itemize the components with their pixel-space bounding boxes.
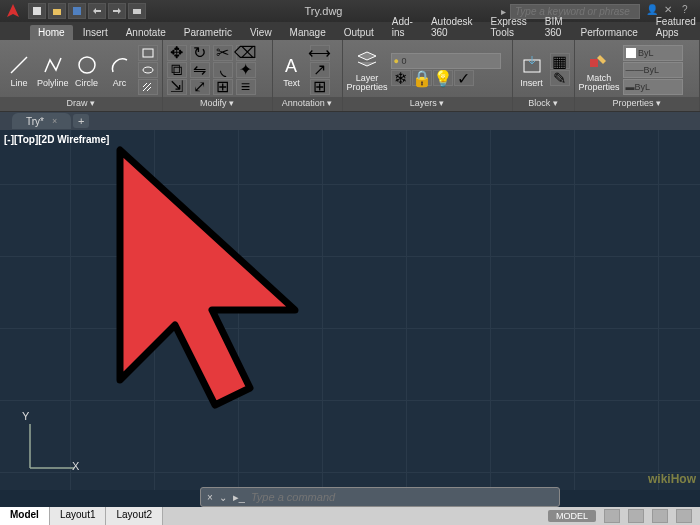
layout-tab-layout1[interactable]: Layout1	[50, 507, 107, 525]
panel-modify: ✥ ⧉ ⇲ ↻ ⇋ ⤢ ✂ ◟ ⊞ ⌫ ✦ ≡ Modify ▾	[163, 40, 273, 111]
text-button[interactable]: AText	[277, 52, 307, 88]
drawing-viewport[interactable]: [-][Top][2D Wireframe] Y X wikiHow	[0, 130, 700, 490]
qat-new-icon[interactable]	[28, 3, 46, 19]
tab-output[interactable]: Output	[336, 25, 382, 40]
layer-dropdown[interactable]: ● 0	[391, 53, 501, 69]
line-button[interactable]: Line	[4, 52, 34, 88]
tab-bim360[interactable]: BIM 360	[537, 14, 571, 40]
ortho-toggle-icon[interactable]	[652, 509, 668, 523]
table-icon[interactable]: ⊞	[310, 79, 330, 95]
match-properties-button[interactable]: Match Properties	[579, 47, 620, 92]
insert-block-button[interactable]: Insert	[517, 52, 547, 88]
svg-text:A: A	[285, 56, 297, 76]
tab-addins[interactable]: Add-ins	[384, 14, 421, 40]
polar-toggle-icon[interactable]	[676, 509, 692, 523]
layer-properties-button[interactable]: Layer Properties	[347, 47, 388, 92]
qat-undo-icon[interactable]	[88, 3, 106, 19]
linetype-dropdown[interactable]: —— ByL	[623, 62, 683, 78]
watermark: wikiHow	[648, 472, 696, 486]
trim-icon[interactable]: ✂	[213, 45, 233, 61]
polyline-icon	[41, 52, 65, 78]
scale-icon[interactable]: ⤢	[190, 79, 210, 95]
layer-lock-icon[interactable]: 🔒	[412, 70, 432, 86]
copy-icon[interactable]: ⧉	[167, 62, 187, 78]
create-block-icon[interactable]: ▦	[550, 53, 570, 69]
close-cmd-icon[interactable]: ×	[207, 492, 213, 503]
color-dropdown[interactable]: ByL	[623, 45, 683, 61]
offset-icon[interactable]: ≡	[236, 79, 256, 95]
title-bar: Try.dwg ▸ 👤 ✕ ?	[0, 0, 700, 22]
viewport-label[interactable]: [-][Top][2D Wireframe]	[4, 134, 109, 145]
panel-block: Insert ▦ ✎ Block ▾	[513, 40, 575, 111]
array-icon[interactable]: ⊞	[213, 79, 233, 95]
svg-rect-1	[73, 7, 81, 15]
tab-featuredapps[interactable]: Featured Apps	[648, 14, 700, 40]
move-icon[interactable]: ✥	[167, 45, 187, 61]
qat-print-icon[interactable]	[128, 3, 146, 19]
app-logo[interactable]	[4, 2, 22, 20]
cmd-prompt-icon: ▸_	[233, 491, 245, 504]
ribbon: Line Polyline Circle Arc Draw ▾ ✥ ⧉ ⇲ ↻ …	[0, 40, 700, 112]
explode-icon[interactable]: ✦	[236, 62, 256, 78]
panel-layers-label[interactable]: Layers ▾	[343, 97, 512, 111]
panel-properties-label[interactable]: Properties ▾	[575, 97, 699, 111]
recent-cmd-icon[interactable]: ⌄	[219, 492, 227, 503]
insert-icon	[520, 52, 544, 78]
panel-modify-label[interactable]: Modify ▾	[163, 97, 272, 111]
lineweight-dropdown[interactable]: ▬ ByL	[623, 79, 683, 95]
tab-expresstools[interactable]: Express Tools	[483, 14, 535, 40]
fillet-icon[interactable]: ◟	[213, 62, 233, 78]
snap-toggle-icon[interactable]	[628, 509, 644, 523]
close-tab-icon[interactable]: ×	[52, 116, 57, 126]
layout-tab-layout2[interactable]: Layout2	[106, 507, 163, 525]
tab-manage[interactable]: Manage	[282, 25, 334, 40]
stretch-icon[interactable]: ⇲	[167, 79, 187, 95]
tab-parametric[interactable]: Parametric	[176, 25, 240, 40]
qat-open-icon[interactable]	[48, 3, 66, 19]
panel-draw: Line Polyline Circle Arc Draw ▾	[0, 40, 163, 111]
cursor-arrow-illustration	[100, 140, 330, 424]
rotate-icon[interactable]: ↻	[190, 45, 210, 61]
hatch-icon[interactable]	[138, 79, 158, 95]
arc-icon	[108, 52, 132, 78]
file-tab-current[interactable]: Try*×	[12, 113, 71, 129]
qat-redo-icon[interactable]	[108, 3, 126, 19]
grid-toggle-icon[interactable]	[604, 509, 620, 523]
tab-autodesk360[interactable]: Autodesk 360	[423, 14, 481, 40]
match-properties-icon	[587, 47, 611, 73]
svg-point-6	[143, 67, 153, 73]
panel-annotation-label[interactable]: Annotation ▾	[273, 97, 342, 111]
ellipse-icon[interactable]	[138, 62, 158, 78]
tab-view[interactable]: View	[242, 25, 280, 40]
tab-insert[interactable]: Insert	[75, 25, 116, 40]
panel-layers: Layer Properties ● 0 ❄ 🔒 💡 ✓ Layers ▾	[343, 40, 513, 111]
status-bar: Model Layout1 Layout2 MODEL	[0, 507, 700, 525]
tab-annotate[interactable]: Annotate	[118, 25, 174, 40]
layer-off-icon[interactable]: 💡	[433, 70, 453, 86]
arc-button[interactable]: Arc	[105, 52, 135, 88]
panel-block-label[interactable]: Block ▾	[513, 97, 574, 111]
leader-icon[interactable]: ↗	[310, 62, 330, 78]
tab-home[interactable]: Home	[30, 25, 73, 40]
erase-icon[interactable]: ⌫	[236, 45, 256, 61]
qat-save-icon[interactable]	[68, 3, 86, 19]
circle-button[interactable]: Circle	[72, 52, 102, 88]
new-tab-button[interactable]: +	[73, 114, 89, 128]
model-space-button[interactable]: MODEL	[548, 510, 596, 522]
command-bar: × ⌄ ▸_	[200, 487, 560, 507]
dimension-icon[interactable]: ⟷	[310, 45, 330, 61]
panel-draw-label[interactable]: Draw ▾	[0, 97, 162, 111]
line-icon	[7, 52, 31, 78]
layer-match-icon[interactable]: ✓	[454, 70, 474, 86]
polyline-button[interactable]: Polyline	[37, 52, 69, 88]
command-input[interactable]	[251, 491, 553, 503]
svg-rect-9	[590, 59, 598, 67]
panel-properties: Match Properties ByL —— ByL ▬ ByL Proper…	[575, 40, 700, 111]
circle-icon	[75, 52, 99, 78]
layout-tab-model[interactable]: Model	[0, 507, 50, 525]
layer-freeze-icon[interactable]: ❄	[391, 70, 411, 86]
tab-performance[interactable]: Performance	[573, 25, 646, 40]
edit-block-icon[interactable]: ✎	[550, 70, 570, 86]
rectangle-icon[interactable]	[138, 45, 158, 61]
mirror-icon[interactable]: ⇋	[190, 62, 210, 78]
